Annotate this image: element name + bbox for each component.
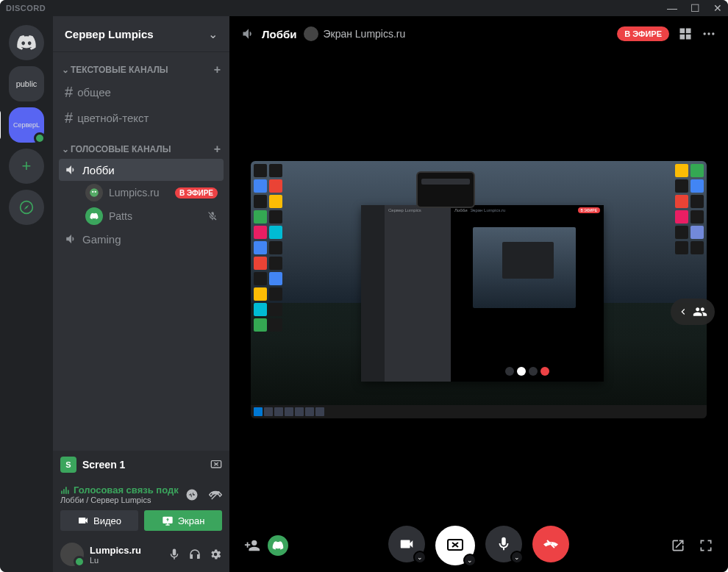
speaker-icon	[65, 232, 78, 246]
noise-suppression-icon[interactable]	[185, 488, 199, 501]
voice-user-patts[interactable]: Patts	[59, 204, 224, 228]
channel-color-text[interactable]: # цветной-текст	[59, 105, 224, 131]
hangup-button[interactable]	[532, 526, 569, 562]
speaker-icon	[65, 163, 78, 176]
svg-rect-6	[680, 29, 685, 34]
people-icon	[693, 304, 707, 319]
add-server-button[interactable]: +	[9, 149, 44, 184]
screen-thumbnail: S	[60, 457, 76, 473]
voice-channel-gaming[interactable]: Gaming	[59, 228, 224, 250]
screen-share-panel: S Screen 1	[53, 451, 229, 479]
stream-content[interactable]: Сервер Lumpics Лобби Экран Lumpics.ruВ Э…	[251, 161, 707, 418]
chevron-down-icon: ⌄	[463, 554, 477, 567]
channel-general[interactable]: # общее	[59, 79, 224, 105]
app-title: DISCORD	[6, 4, 46, 12]
live-badge: В ЭФИРЕ	[175, 187, 218, 199]
channel-sidebar: Сервер Lumpics ⌄ ⌄ТЕКСТОВЫЕ КАНАЛЫ + # о…	[53, 16, 229, 572]
server-header[interactable]: Сервер Lumpics ⌄	[53, 16, 229, 51]
server-list: public СерверL +	[0, 16, 53, 572]
main-area: Лобби Экран Lumpics.ru В ЭФИРЕ	[229, 16, 728, 572]
hash-icon: #	[65, 110, 73, 126]
video-button[interactable]: Видео	[60, 510, 138, 531]
svg-rect-9	[686, 35, 691, 40]
stop-stream-icon[interactable]	[210, 459, 222, 471]
content-header: Лобби Экран Lumpics.ru В ЭФИРЕ	[229, 16, 728, 51]
maximize-button[interactable]: ☐	[690, 2, 700, 14]
user-name: Lumpics.ru	[90, 545, 162, 556]
voice-status-subtitle: Лобби / Сервер Lumpics	[60, 496, 185, 504]
streamer-avatar	[304, 26, 318, 41]
more-icon[interactable]	[702, 26, 716, 41]
mute-button[interactable]: ⌄	[485, 526, 522, 562]
svg-point-12	[712, 32, 714, 35]
main-content: public СерверL + Сервер Lumpics ⌄ ⌄ТЕКСТ…	[0, 16, 728, 572]
voice-user-lumpics[interactable]: Lumpics.ru В ЭФИРЕ	[59, 181, 224, 204]
add-channel-icon[interactable]: +	[214, 63, 221, 76]
channels-list: ⌄ТЕКСТОВЫЕ КАНАЛЫ + # общее # цветной-те…	[53, 51, 229, 451]
voice-panel: Голосовая связь подк Лобби / Сервер Lump…	[53, 479, 229, 537]
popout-icon[interactable]	[671, 538, 685, 553]
chevron-left-icon	[678, 307, 688, 317]
muted-icon	[207, 211, 218, 221]
screen-button[interactable]: Экран	[144, 510, 222, 531]
voice-status: Голосовая связь подк Лобби / Сервер Lump…	[60, 485, 222, 504]
discord-window: DISCORD — ☐ ✕ public СерверL + Серв	[0, 0, 728, 572]
chevron-down-icon: ⌄	[208, 27, 218, 41]
avatar	[85, 207, 103, 225]
fullscreen-icon[interactable]	[699, 538, 713, 553]
stream-view: Сервер Lumpics Лобби Экран Lumpics.ruВ Э…	[229, 51, 728, 572]
avatar	[85, 184, 103, 201]
category-voice[interactable]: ⌄ГОЛОСОВЫЕ КАНАЛЫ +	[59, 131, 224, 159]
server-icon-public[interactable]: public	[9, 66, 44, 101]
explore-button[interactable]	[9, 190, 44, 225]
user-status: Lu	[90, 556, 162, 565]
deafen-icon[interactable]	[188, 548, 201, 561]
add-participant-icon[interactable]	[244, 537, 260, 554]
call-controls: ⌄ ⌄ ⌄	[229, 519, 728, 572]
user-avatar[interactable]	[60, 543, 84, 566]
chevron-down-icon: ⌄	[413, 551, 427, 564]
minimize-button[interactable]: —	[667, 2, 677, 14]
camera-button[interactable]: ⌄	[388, 526, 425, 562]
svg-point-2	[92, 191, 93, 193]
chevron-down-icon: ⌄	[510, 551, 524, 564]
svg-point-11	[707, 32, 710, 35]
home-button[interactable]	[9, 25, 44, 60]
category-text[interactable]: ⌄ТЕКСТОВЫЕ КАНАЛЫ +	[59, 51, 224, 79]
header-channel: Лобби	[241, 26, 296, 41]
mute-icon[interactable]	[168, 548, 181, 561]
settings-icon[interactable]	[209, 548, 222, 561]
add-channel-icon[interactable]: +	[214, 143, 221, 156]
title-bar: DISCORD — ☐ ✕	[0, 0, 728, 16]
screen-share-button[interactable]: ⌄	[435, 526, 475, 565]
screen-share-name: Screen 1	[82, 459, 204, 471]
svg-rect-7	[686, 29, 691, 34]
close-button[interactable]: ✕	[713, 2, 722, 14]
grid-view-icon[interactable]	[678, 26, 693, 41]
participant-avatar[interactable]	[268, 535, 288, 556]
hash-icon: #	[65, 84, 73, 101]
voice-channel-lobby[interactable]: Лобби	[59, 159, 224, 181]
server-name: Сервер Lumpics	[65, 28, 208, 40]
participants-toggle[interactable]	[671, 298, 715, 325]
live-pill: В ЭФИРЕ	[617, 26, 669, 41]
server-online-badge	[34, 132, 46, 144]
svg-rect-8	[680, 35, 685, 40]
svg-point-3	[95, 191, 96, 193]
window-controls: — ☐ ✕	[667, 2, 722, 14]
voice-status-title: Голосовая связь подк	[60, 485, 185, 496]
header-stream-info: Экран Lumpics.ru	[304, 26, 405, 41]
svg-point-1	[90, 188, 99, 197]
bottom-panels: S Screen 1 Голосовая связь подк Лоб	[53, 451, 229, 572]
user-panel: Lumpics.ru Lu	[53, 537, 229, 572]
speaker-icon	[241, 26, 256, 41]
screen-controls	[210, 459, 222, 471]
svg-point-10	[704, 32, 706, 35]
server-icon-lumpics[interactable]: СерверL	[9, 107, 44, 143]
disconnect-icon[interactable]	[209, 488, 222, 501]
